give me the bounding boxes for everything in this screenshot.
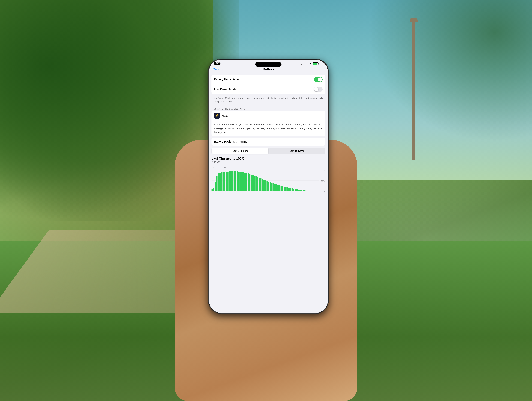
svg-rect-43	[274, 184, 276, 192]
svg-rect-7	[218, 173, 219, 192]
svg-rect-35	[262, 179, 263, 192]
lamp-post-head	[410, 18, 418, 22]
last-charged-time: 7:41AM	[211, 161, 325, 164]
content-area: Battery Percentage Low Power Mode Low Po…	[209, 73, 328, 311]
svg-rect-55	[293, 189, 294, 192]
hand-container: 5:26 LTE 41	[149, 36, 383, 401]
svg-rect-65	[309, 191, 310, 192]
svg-rect-22	[241, 172, 243, 192]
lamp-post	[412, 20, 415, 161]
status-time: 5:26	[214, 62, 221, 66]
signal-bar-4	[305, 62, 305, 65]
battery-percentage-toggle[interactable]	[314, 77, 323, 82]
svg-rect-48	[282, 186, 284, 192]
svg-rect-14	[229, 171, 230, 192]
nexar-icon-title: ⚡ Nexar	[214, 113, 229, 119]
battery-health-row[interactable]: Battery Health & Charging ›	[211, 138, 325, 146]
svg-rect-16	[232, 171, 233, 192]
low-power-mode-row: Low Power Mode	[211, 84, 325, 94]
svg-rect-59	[299, 190, 301, 192]
settings-toggles-group: Battery Percentage Low Power Mode	[211, 75, 325, 94]
svg-rect-8	[219, 173, 221, 192]
toggle-knob-lpm	[314, 87, 318, 91]
nexar-chevron-icon: ›	[322, 114, 323, 117]
signal-bar-2	[303, 64, 303, 65]
phone-screen: 5:26 LTE 41	[209, 59, 328, 313]
svg-rect-4	[213, 188, 214, 192]
tab-last-10-days[interactable]: Last 10 Days	[268, 148, 325, 154]
svg-rect-54	[291, 188, 293, 192]
svg-rect-20	[238, 172, 240, 192]
battery-percentage-status: 41	[320, 62, 323, 65]
svg-rect-63	[306, 191, 307, 192]
svg-rect-24	[245, 173, 246, 192]
svg-rect-62	[304, 190, 305, 192]
svg-rect-56	[295, 189, 296, 192]
svg-rect-44	[276, 184, 277, 192]
battery-indicator	[313, 62, 318, 65]
svg-rect-10	[222, 172, 224, 192]
svg-rect-70	[317, 191, 318, 192]
dynamic-island	[255, 62, 281, 67]
battery-level-chart	[211, 169, 319, 192]
back-chevron-icon: ‹	[211, 68, 213, 71]
svg-rect-66	[310, 191, 312, 192]
nexar-app-name: Nexar	[222, 114, 229, 117]
svg-rect-40	[270, 182, 271, 192]
chart-y-100: 100%	[320, 169, 325, 171]
svg-rect-3	[211, 189, 213, 192]
svg-rect-61	[303, 190, 304, 192]
svg-rect-6	[216, 176, 217, 192]
chart-y-labels: 100% 50% 0%	[320, 169, 325, 193]
low-power-mode-toggle[interactable]	[314, 87, 323, 92]
tab-last-24-hours[interactable]: Last 24 Hours	[212, 148, 268, 154]
tab-24h-label: Last 24 Hours	[233, 149, 248, 152]
battery-health-chevron-icon: ›	[322, 140, 323, 143]
nexar-icon-letter: ⚡	[215, 114, 219, 118]
svg-rect-49	[284, 187, 285, 192]
nexar-insight-text: Nexar has been using your location in th…	[214, 123, 323, 134]
svg-rect-69	[315, 191, 316, 192]
svg-rect-67	[312, 191, 313, 192]
low-power-mode-label: Low Power Mode	[214, 88, 236, 91]
signal-bars	[302, 62, 305, 65]
svg-rect-38	[266, 181, 268, 192]
battery-chart-container: BATTERY LEVEL 100% 50% 0%	[211, 166, 325, 195]
svg-rect-53	[290, 188, 291, 192]
signal-bar-3	[304, 63, 304, 65]
page-title: Battery	[263, 67, 274, 71]
svg-rect-50	[285, 187, 287, 192]
nexar-insight-body: Nexar has been using your location in th…	[211, 121, 325, 136]
svg-rect-25	[246, 173, 247, 192]
svg-rect-15	[230, 171, 232, 192]
svg-rect-60	[301, 190, 302, 192]
svg-rect-57	[296, 189, 298, 192]
battery-percentage-row: Battery Percentage	[211, 75, 325, 84]
svg-rect-21	[240, 172, 241, 192]
battery-health-group: Battery Health & Charging ›	[211, 138, 325, 146]
svg-rect-42	[273, 183, 274, 192]
nav-bar: ‹ Settings Battery	[209, 67, 328, 73]
svg-rect-34	[260, 178, 261, 192]
chart-y-0: 0%	[322, 191, 325, 193]
back-button[interactable]: ‹ Settings	[211, 68, 223, 71]
svg-rect-13	[227, 172, 228, 192]
svg-rect-47	[281, 186, 282, 192]
low-power-description: Low Power Mode temporarily reduces backg…	[209, 95, 328, 106]
svg-rect-45	[278, 185, 279, 192]
svg-rect-37	[265, 180, 266, 192]
svg-rect-27	[249, 174, 250, 192]
svg-rect-17	[234, 171, 235, 192]
battery-fill	[313, 63, 317, 65]
svg-rect-52	[288, 188, 290, 192]
last-charged-section: Last Charged to 100% 7:41AM	[209, 156, 328, 165]
svg-rect-9	[221, 172, 222, 192]
svg-rect-41	[271, 183, 272, 192]
chart-y-50: 50%	[321, 180, 325, 182]
svg-rect-39	[268, 182, 269, 192]
chart-label: BATTERY LEVEL	[211, 166, 325, 168]
svg-rect-33	[259, 178, 260, 192]
nexar-row[interactable]: ⚡ Nexar ›	[211, 111, 325, 121]
svg-rect-58	[298, 189, 299, 192]
insights-section-header: INSIGHTS AND SUGGESTIONS	[209, 106, 328, 111]
